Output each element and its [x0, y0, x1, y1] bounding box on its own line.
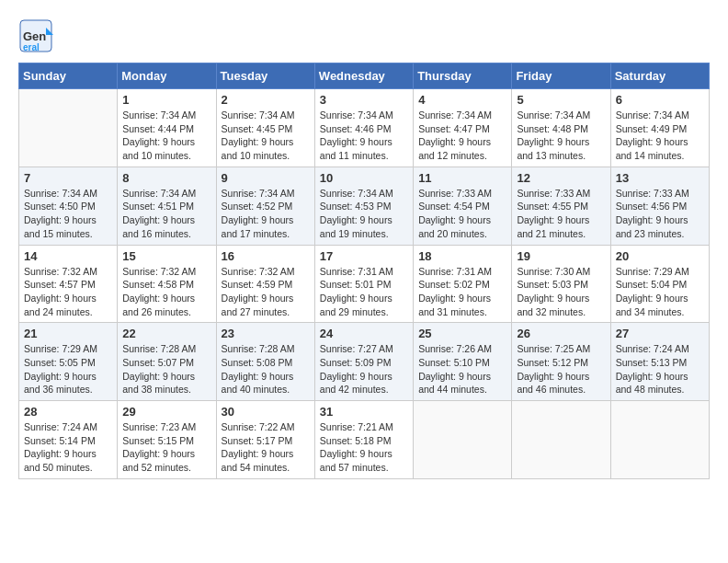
cell-content: 24Sunrise: 7:27 AM Sunset: 5:09 PM Dayli… [320, 327, 408, 396]
calendar-cell: 29Sunrise: 7:23 AM Sunset: 5:15 PM Dayli… [118, 401, 216, 479]
cell-content: 27Sunrise: 7:24 AM Sunset: 5:13 PM Dayli… [616, 327, 704, 396]
calendar-header-row: SundayMondayTuesdayWednesdayThursdayFrid… [19, 63, 710, 89]
cell-content: 9Sunrise: 7:34 AM Sunset: 4:52 PM Daylig… [222, 171, 310, 241]
svg-text:eral: eral [23, 42, 40, 52]
day-info: Sunrise: 7:24 AM Sunset: 5:14 PM Dayligh… [24, 420, 112, 475]
calendar-cell [19, 89, 118, 167]
day-info: Sunrise: 7:32 AM Sunset: 4:59 PM Dayligh… [222, 265, 310, 319]
day-info: Sunrise: 7:31 AM Sunset: 5:01 PM Dayligh… [320, 265, 408, 319]
day-number: 10 [320, 171, 408, 185]
day-number: 28 [24, 405, 112, 419]
cell-content: 1Sunrise: 7:34 AM Sunset: 4:44 PM Daylig… [122, 93, 210, 163]
cell-content: 12Sunrise: 7:33 AM Sunset: 4:55 PM Dayli… [517, 171, 605, 241]
calendar-cell: 7Sunrise: 7:34 AM Sunset: 4:50 PM Daylig… [19, 167, 118, 245]
day-header-saturday: Saturday [610, 63, 709, 89]
calendar-cell: 19Sunrise: 7:30 AM Sunset: 5:03 PM Dayli… [512, 245, 610, 323]
calendar-cell [512, 401, 610, 479]
day-number: 8 [122, 171, 210, 185]
day-number: 5 [517, 93, 605, 107]
day-number: 24 [320, 327, 408, 340]
cell-content: 20Sunrise: 7:29 AM Sunset: 5:04 PM Dayli… [616, 249, 704, 319]
day-number: 1 [122, 93, 210, 107]
day-number: 30 [222, 405, 310, 419]
cell-content: 15Sunrise: 7:32 AM Sunset: 4:58 PM Dayli… [122, 249, 210, 319]
day-number: 3 [320, 93, 408, 107]
cell-content: 16Sunrise: 7:32 AM Sunset: 4:59 PM Dayli… [222, 249, 310, 319]
day-number: 29 [122, 405, 210, 419]
calendar-cell: 17Sunrise: 7:31 AM Sunset: 5:01 PM Dayli… [314, 245, 413, 323]
cell-content: 6Sunrise: 7:34 AM Sunset: 4:49 PM Daylig… [616, 93, 704, 163]
cell-content: 11Sunrise: 7:33 AM Sunset: 4:54 PM Dayli… [418, 171, 506, 241]
calendar-cell: 23Sunrise: 7:28 AM Sunset: 5:08 PM Dayli… [216, 323, 314, 401]
day-number: 13 [616, 171, 704, 185]
day-info: Sunrise: 7:34 AM Sunset: 4:53 PM Dayligh… [320, 187, 408, 241]
calendar-cell: 22Sunrise: 7:28 AM Sunset: 5:07 PM Dayli… [118, 323, 216, 401]
cell-content: 30Sunrise: 7:22 AM Sunset: 5:17 PM Dayli… [222, 405, 310, 475]
calendar-cell: 4Sunrise: 7:34 AM Sunset: 4:47 PM Daylig… [414, 89, 512, 167]
day-info: Sunrise: 7:32 AM Sunset: 4:58 PM Dayligh… [122, 265, 210, 319]
calendar-cell: 12Sunrise: 7:33 AM Sunset: 4:55 PM Dayli… [512, 167, 610, 245]
day-number: 31 [320, 405, 408, 419]
day-header-wednesday: Wednesday [314, 63, 413, 89]
day-info: Sunrise: 7:31 AM Sunset: 5:02 PM Dayligh… [418, 265, 506, 319]
calendar-cell: 26Sunrise: 7:25 AM Sunset: 5:12 PM Dayli… [512, 323, 610, 401]
day-info: Sunrise: 7:34 AM Sunset: 4:45 PM Dayligh… [222, 109, 310, 163]
calendar-cell: 11Sunrise: 7:33 AM Sunset: 4:54 PM Dayli… [414, 167, 512, 245]
calendar-cell: 13Sunrise: 7:33 AM Sunset: 4:56 PM Dayli… [610, 167, 709, 245]
cell-content: 3Sunrise: 7:34 AM Sunset: 4:46 PM Daylig… [320, 93, 408, 163]
cell-content: 25Sunrise: 7:26 AM Sunset: 5:10 PM Dayli… [418, 327, 506, 396]
calendar-cell: 27Sunrise: 7:24 AM Sunset: 5:13 PM Dayli… [610, 323, 709, 401]
day-number: 9 [222, 171, 310, 185]
calendar-week-row: 1Sunrise: 7:34 AM Sunset: 4:44 PM Daylig… [19, 89, 710, 167]
page-header: Gen eral [18, 18, 710, 53]
day-number: 15 [122, 249, 210, 263]
day-header-tuesday: Tuesday [216, 63, 314, 89]
cell-content: 5Sunrise: 7:34 AM Sunset: 4:48 PM Daylig… [517, 93, 605, 163]
day-info: Sunrise: 7:23 AM Sunset: 5:15 PM Dayligh… [122, 420, 210, 475]
day-number: 16 [222, 249, 310, 263]
cell-content: 14Sunrise: 7:32 AM Sunset: 4:57 PM Dayli… [24, 249, 112, 319]
logo-icon: Gen eral [18, 18, 53, 53]
day-number: 19 [517, 249, 605, 263]
day-header-sunday: Sunday [19, 63, 118, 89]
cell-content: 13Sunrise: 7:33 AM Sunset: 4:56 PM Dayli… [616, 171, 704, 241]
cell-content: 7Sunrise: 7:34 AM Sunset: 4:50 PM Daylig… [24, 171, 112, 241]
cell-content: 29Sunrise: 7:23 AM Sunset: 5:15 PM Dayli… [122, 405, 210, 475]
calendar-cell: 28Sunrise: 7:24 AM Sunset: 5:14 PM Dayli… [19, 401, 118, 479]
day-info: Sunrise: 7:33 AM Sunset: 4:54 PM Dayligh… [418, 187, 506, 241]
cell-content: 22Sunrise: 7:28 AM Sunset: 5:07 PM Dayli… [122, 327, 210, 396]
cell-content: 23Sunrise: 7:28 AM Sunset: 5:08 PM Dayli… [222, 327, 310, 396]
calendar-cell: 25Sunrise: 7:26 AM Sunset: 5:10 PM Dayli… [414, 323, 512, 401]
day-number: 27 [616, 327, 704, 340]
calendar-cell: 16Sunrise: 7:32 AM Sunset: 4:59 PM Dayli… [216, 245, 314, 323]
calendar-cell: 10Sunrise: 7:34 AM Sunset: 4:53 PM Dayli… [314, 167, 413, 245]
calendar-cell: 24Sunrise: 7:27 AM Sunset: 5:09 PM Dayli… [314, 323, 413, 401]
day-info: Sunrise: 7:24 AM Sunset: 5:13 PM Dayligh… [616, 342, 704, 396]
calendar-cell: 2Sunrise: 7:34 AM Sunset: 4:45 PM Daylig… [216, 89, 314, 167]
calendar-cell: 8Sunrise: 7:34 AM Sunset: 4:51 PM Daylig… [118, 167, 216, 245]
cell-content: 19Sunrise: 7:30 AM Sunset: 5:03 PM Dayli… [517, 249, 605, 319]
day-info: Sunrise: 7:27 AM Sunset: 5:09 PM Dayligh… [320, 342, 408, 396]
day-info: Sunrise: 7:26 AM Sunset: 5:10 PM Dayligh… [418, 342, 506, 396]
day-number: 4 [418, 93, 506, 107]
calendar-cell [610, 401, 709, 479]
calendar-cell: 20Sunrise: 7:29 AM Sunset: 5:04 PM Dayli… [610, 245, 709, 323]
day-info: Sunrise: 7:30 AM Sunset: 5:03 PM Dayligh… [517, 265, 605, 319]
day-info: Sunrise: 7:28 AM Sunset: 5:07 PM Dayligh… [122, 342, 210, 396]
calendar-cell: 6Sunrise: 7:34 AM Sunset: 4:49 PM Daylig… [610, 89, 709, 167]
cell-content: 31Sunrise: 7:21 AM Sunset: 5:18 PM Dayli… [320, 405, 408, 475]
cell-content: 2Sunrise: 7:34 AM Sunset: 4:45 PM Daylig… [222, 93, 310, 163]
cell-content: 4Sunrise: 7:34 AM Sunset: 4:47 PM Daylig… [418, 93, 506, 163]
day-header-thursday: Thursday [414, 63, 512, 89]
day-info: Sunrise: 7:29 AM Sunset: 5:05 PM Dayligh… [24, 342, 112, 396]
cell-content: 17Sunrise: 7:31 AM Sunset: 5:01 PM Dayli… [320, 249, 408, 319]
calendar-cell: 21Sunrise: 7:29 AM Sunset: 5:05 PM Dayli… [19, 323, 118, 401]
cell-content: 28Sunrise: 7:24 AM Sunset: 5:14 PM Dayli… [24, 405, 112, 475]
day-number: 12 [517, 171, 605, 185]
calendar-week-row: 14Sunrise: 7:32 AM Sunset: 4:57 PM Dayli… [19, 245, 710, 323]
day-info: Sunrise: 7:34 AM Sunset: 4:47 PM Dayligh… [418, 109, 506, 163]
calendar-cell: 5Sunrise: 7:34 AM Sunset: 4:48 PM Daylig… [512, 89, 610, 167]
day-info: Sunrise: 7:34 AM Sunset: 4:46 PM Dayligh… [320, 109, 408, 163]
day-info: Sunrise: 7:21 AM Sunset: 5:18 PM Dayligh… [320, 420, 408, 475]
day-info: Sunrise: 7:34 AM Sunset: 4:52 PM Dayligh… [222, 187, 310, 241]
